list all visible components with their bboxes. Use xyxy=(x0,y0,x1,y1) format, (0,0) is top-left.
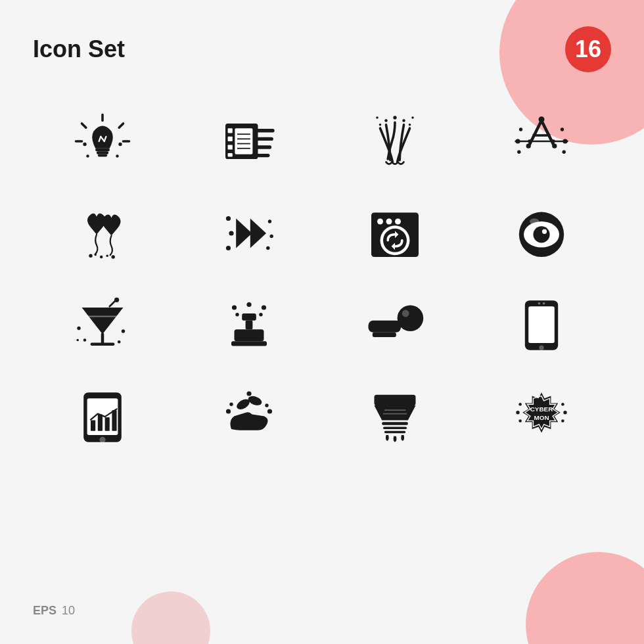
svg-rect-94 xyxy=(245,321,252,330)
svg-marker-63 xyxy=(250,219,266,248)
svg-point-45 xyxy=(526,144,530,149)
svg-point-76 xyxy=(530,219,539,225)
svg-point-131 xyxy=(518,403,522,406)
svg-point-115 xyxy=(226,409,231,413)
medicine-hand-icon xyxy=(179,375,319,460)
svg-point-38 xyxy=(563,139,567,143)
washing-machine-icon xyxy=(325,191,465,276)
svg-point-89 xyxy=(246,302,251,307)
bg-decoration-bottom-right xyxy=(526,552,644,644)
svg-point-60 xyxy=(269,235,273,238)
svg-point-74 xyxy=(533,226,549,242)
svg-point-118 xyxy=(265,403,268,407)
svg-point-117 xyxy=(229,403,233,406)
svg-rect-93 xyxy=(242,313,256,321)
count-badge: 16 xyxy=(565,26,611,72)
svg-point-81 xyxy=(114,298,119,302)
svg-rect-109 xyxy=(98,415,103,431)
svg-point-130 xyxy=(563,411,566,414)
svg-rect-19 xyxy=(227,153,232,156)
svg-rect-98 xyxy=(373,333,396,337)
svg-point-7 xyxy=(87,154,90,158)
svg-point-104 xyxy=(538,302,540,305)
icon-grid: CYBER MON xyxy=(33,99,611,460)
eps-number: 10 xyxy=(62,604,75,618)
page-title: Icon Set xyxy=(33,35,125,63)
fast-forward-icon xyxy=(179,191,319,276)
svg-point-31 xyxy=(403,119,406,122)
svg-rect-123 xyxy=(383,426,407,429)
svg-point-51 xyxy=(89,254,93,258)
svg-text:CYBER: CYBER xyxy=(530,405,553,413)
svg-rect-96 xyxy=(231,341,267,346)
cyber-monday-icon: CYBER MON xyxy=(472,375,612,460)
fireworks-icon xyxy=(325,99,465,184)
svg-point-82 xyxy=(78,327,81,330)
svg-point-48 xyxy=(561,127,564,131)
svg-rect-17 xyxy=(227,137,232,141)
mobile-analytics-icon xyxy=(33,375,173,460)
svg-point-29 xyxy=(394,116,397,119)
svg-point-67 xyxy=(395,219,401,225)
svg-rect-108 xyxy=(91,421,95,431)
svg-point-114 xyxy=(246,394,263,407)
svg-marker-121 xyxy=(375,405,416,421)
svg-point-6 xyxy=(119,143,122,146)
svg-rect-97 xyxy=(369,321,402,333)
svg-rect-122 xyxy=(382,422,408,425)
svg-point-49 xyxy=(517,150,520,154)
bg-decoration-bottom-left xyxy=(131,591,210,644)
svg-point-112 xyxy=(100,437,106,443)
svg-rect-111 xyxy=(112,410,117,431)
svg-point-34 xyxy=(376,116,379,119)
svg-rect-110 xyxy=(105,417,110,431)
svg-rect-124 xyxy=(384,431,405,434)
svg-point-54 xyxy=(106,254,109,257)
lightbulb-idea-icon xyxy=(33,99,173,184)
svg-point-90 xyxy=(262,305,266,310)
svg-point-103 xyxy=(539,346,543,350)
svg-point-84 xyxy=(77,339,80,342)
svg-point-86 xyxy=(118,340,121,344)
svg-point-30 xyxy=(385,119,388,122)
svg-rect-95 xyxy=(234,329,264,341)
kitchen-hood-icon xyxy=(325,375,465,460)
svg-point-75 xyxy=(542,229,547,234)
svg-marker-77 xyxy=(82,308,124,334)
page-header: Icon Set 16 xyxy=(33,26,611,72)
svg-point-33 xyxy=(409,124,411,126)
svg-point-85 xyxy=(122,329,125,333)
svg-point-58 xyxy=(226,246,231,250)
svg-point-65 xyxy=(377,219,383,225)
svg-point-35 xyxy=(411,116,414,119)
svg-point-8 xyxy=(116,154,120,158)
footer: EPS 10 xyxy=(33,604,75,618)
svg-point-50 xyxy=(562,150,565,154)
svg-point-132 xyxy=(561,403,564,406)
svg-point-99 xyxy=(398,305,424,331)
svg-point-37 xyxy=(515,139,520,143)
svg-rect-10 xyxy=(97,151,108,154)
svg-marker-62 xyxy=(236,219,252,248)
mobile-phone-icon xyxy=(472,283,612,368)
svg-point-119 xyxy=(246,391,251,396)
svg-point-134 xyxy=(561,419,564,423)
svg-line-80 xyxy=(110,300,116,306)
svg-point-105 xyxy=(543,302,545,305)
svg-point-116 xyxy=(267,409,272,413)
balloons-heart-icon xyxy=(33,191,173,276)
svg-point-66 xyxy=(386,219,392,225)
svg-point-57 xyxy=(229,231,233,235)
svg-point-53 xyxy=(100,256,103,259)
svg-point-129 xyxy=(516,411,519,414)
svg-rect-120 xyxy=(375,395,416,405)
svg-rect-9 xyxy=(95,149,110,152)
svg-point-46 xyxy=(552,144,557,149)
svg-point-44 xyxy=(538,116,544,122)
cannon-ball-icon xyxy=(325,283,465,368)
svg-rect-11 xyxy=(98,154,107,157)
svg-rect-18 xyxy=(227,145,232,149)
svg-point-32 xyxy=(379,124,382,126)
svg-point-55 xyxy=(112,255,115,258)
eps-label: EPS xyxy=(33,604,57,618)
